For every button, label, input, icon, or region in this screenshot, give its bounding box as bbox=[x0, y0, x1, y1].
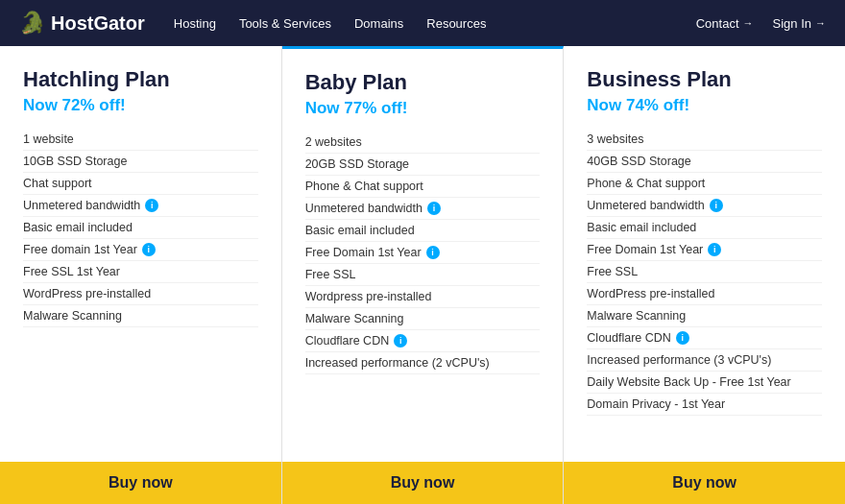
feature-item: Cloudflare CDNi bbox=[305, 330, 541, 352]
buy-button-hatchling[interactable]: Buy now bbox=[0, 462, 281, 504]
contact-link[interactable]: Contact → bbox=[696, 16, 754, 31]
nav-domains[interactable]: Domains bbox=[354, 16, 403, 31]
feature-item: Unmetered bandwidthi bbox=[305, 198, 541, 220]
signin-arrow: → bbox=[815, 17, 826, 29]
feature-item: Unmetered bandwidthi bbox=[23, 195, 258, 217]
contact-label: Contact bbox=[696, 16, 739, 31]
feature-item: Increased performance (2 vCPU's) bbox=[305, 352, 541, 374]
logo-text: HostGator bbox=[51, 12, 145, 35]
feature-item: Free SSL bbox=[305, 264, 541, 286]
plan-features-hatchling: 1 website10GB SSD StorageChat supportUnm… bbox=[23, 129, 258, 458]
plan-discount-hatchling: Now 72% off! bbox=[23, 96, 258, 115]
feature-item: 1 website bbox=[23, 129, 258, 151]
signin-link[interactable]: Sign In → bbox=[773, 16, 826, 31]
nav-links: Hosting Tools & Services Domains Resourc… bbox=[174, 16, 696, 31]
logo[interactable]: 🐊 HostGator bbox=[19, 11, 145, 36]
info-icon[interactable]: i bbox=[676, 331, 689, 345]
feature-item: WordPress pre-installed bbox=[23, 283, 258, 305]
feature-item: 3 websites bbox=[587, 129, 822, 151]
info-icon[interactable]: i bbox=[145, 199, 158, 212]
feature-item: Malware Scanning bbox=[23, 305, 258, 327]
feature-item: Unmetered bandwidthi bbox=[587, 195, 822, 217]
nav-tools[interactable]: Tools & Services bbox=[239, 16, 331, 31]
feature-item: 10GB SSD Storage bbox=[23, 151, 258, 173]
nav-right: Contact → Sign In → bbox=[696, 16, 826, 31]
info-icon[interactable]: i bbox=[708, 243, 721, 256]
feature-item: Free Domain 1st Yeari bbox=[587, 239, 822, 261]
feature-item: Cloudflare CDNi bbox=[587, 327, 822, 349]
feature-item: Basic email included bbox=[587, 217, 822, 239]
feature-item: Basic email included bbox=[305, 220, 541, 242]
plan-features-business: 3 websites40GB SSD StoragePhone & Chat s… bbox=[587, 129, 822, 458]
plan-title-hatchling: Hatchling Plan bbox=[23, 67, 258, 92]
feature-item: Chat support bbox=[23, 173, 258, 195]
plan-card-hatchling: Hatchling PlanNow 72% off!1 website10GB … bbox=[0, 46, 282, 504]
plan-discount-business: Now 74% off! bbox=[587, 96, 822, 115]
buy-button-baby[interactable]: Buy now bbox=[282, 462, 564, 504]
feature-item: Free Domain 1st Yeari bbox=[305, 242, 541, 264]
feature-item: Free SSL 1st Year bbox=[23, 261, 258, 283]
info-icon[interactable]: i bbox=[710, 199, 723, 212]
plan-card-baby: Baby PlanNow 77% off!2 websites20GB SSD … bbox=[282, 46, 565, 504]
signin-label: Sign In bbox=[773, 16, 811, 31]
contact-arrow: → bbox=[743, 17, 754, 29]
info-icon[interactable]: i bbox=[426, 246, 440, 259]
nav-hosting[interactable]: Hosting bbox=[174, 16, 216, 31]
feature-item: Malware Scanning bbox=[587, 305, 822, 327]
plan-features-baby: 2 websites20GB SSD StoragePhone & Chat s… bbox=[305, 132, 541, 458]
feature-item: Phone & Chat support bbox=[587, 173, 822, 195]
feature-item: Free SSL bbox=[587, 261, 822, 283]
feature-item: Daily Website Back Up - Free 1st Year bbox=[587, 372, 822, 394]
nav-resources[interactable]: Resources bbox=[426, 16, 486, 31]
logo-icon: 🐊 bbox=[19, 11, 45, 36]
feature-item: 20GB SSD Storage bbox=[305, 154, 541, 176]
buy-button-business[interactable]: Buy now bbox=[564, 462, 845, 504]
navbar: 🐊 HostGator Hosting Tools & Services Dom… bbox=[0, 0, 845, 46]
info-icon[interactable]: i bbox=[427, 202, 441, 215]
feature-item: Malware Scanning bbox=[305, 308, 541, 330]
feature-item: Wordpress pre-installed bbox=[305, 286, 541, 308]
feature-item: Domain Privacy - 1st Year bbox=[587, 394, 822, 416]
plans-container: Hatchling PlanNow 72% off!1 website10GB … bbox=[0, 46, 845, 504]
plan-discount-baby: Now 77% off! bbox=[305, 99, 541, 118]
feature-item: Increased performance (3 vCPU's) bbox=[587, 349, 822, 372]
feature-item: 40GB SSD Storage bbox=[587, 151, 822, 173]
plan-card-business: Business PlanNow 74% off!3 websites40GB … bbox=[564, 46, 845, 504]
feature-item: WordPress pre-installed bbox=[587, 283, 822, 305]
feature-item: 2 websites bbox=[305, 132, 541, 154]
plan-title-business: Business Plan bbox=[587, 67, 822, 92]
feature-item: Basic email included bbox=[23, 217, 258, 239]
info-icon[interactable]: i bbox=[142, 243, 156, 256]
info-icon[interactable]: i bbox=[394, 334, 407, 348]
feature-item: Free domain 1st Yeari bbox=[23, 239, 258, 261]
plan-title-baby: Baby Plan bbox=[305, 70, 541, 95]
feature-item: Phone & Chat support bbox=[305, 176, 541, 198]
